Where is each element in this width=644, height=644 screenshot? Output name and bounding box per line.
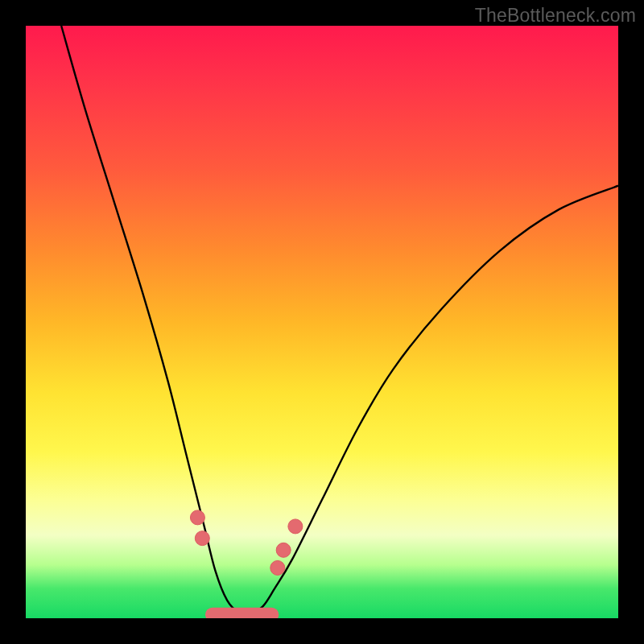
curve-group bbox=[61, 26, 618, 613]
outer-frame: TheBottleneck.com bbox=[0, 0, 644, 644]
plot-area bbox=[26, 26, 618, 618]
marker-dot bbox=[270, 560, 285, 575]
highlighted-points-group bbox=[190, 510, 302, 576]
marker-dot bbox=[288, 519, 303, 534]
marker-dot bbox=[276, 543, 291, 557]
watermark-text: TheBottleneck.com bbox=[475, 5, 636, 27]
marker-dot bbox=[195, 531, 209, 546]
bottleneck-curve-path bbox=[61, 26, 618, 613]
marker-dot bbox=[190, 510, 204, 525]
bottleneck-curve-svg bbox=[26, 26, 618, 618]
